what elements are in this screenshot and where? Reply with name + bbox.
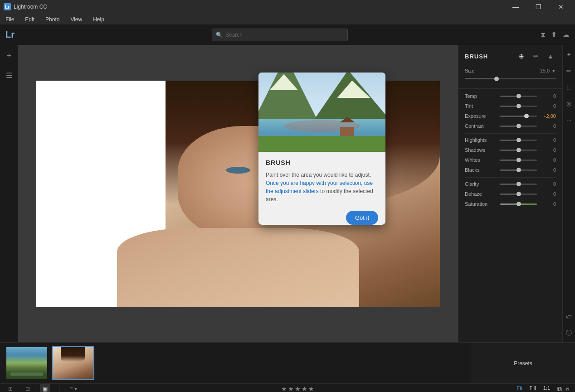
blacks-value: 0	[540, 167, 556, 173]
menu-help[interactable]: Help	[91, 15, 106, 24]
minimize-button[interactable]: —	[505, 0, 526, 14]
star-3[interactable]: ★	[295, 385, 301, 392]
exposure-slider[interactable]	[500, 116, 537, 117]
grid-view-btn[interactable]: ⊞	[5, 384, 15, 392]
saturation-slider[interactable]	[500, 203, 537, 205]
one-to-one-button[interactable]: 1:1	[543, 385, 550, 392]
shadows-row: Shadows 0	[465, 147, 556, 153]
thumbnail-spacer	[241, 343, 471, 383]
filter-icon[interactable]: ⧗	[541, 31, 546, 39]
tone-mapping-icon[interactable]: ✦	[564, 49, 575, 60]
star-4[interactable]: ★	[302, 385, 307, 392]
fill-button[interactable]: Fill	[530, 385, 536, 392]
thumbnail-landscape[interactable]	[5, 346, 48, 380]
exposure-label: Exposure	[465, 113, 497, 119]
divider	[59, 386, 59, 392]
title-bar: Lr Lightroom CC — ❐ ✕	[0, 0, 575, 14]
right-panel: BRUSH ⊕ ✏ ▲ Size 15,0 ▼	[458, 45, 575, 342]
got-it-button[interactable]: Got it	[346, 211, 378, 225]
sliders-section: Temp 0 Tint 0 Exposure	[458, 91, 562, 214]
add-button[interactable]: ＋	[3, 49, 15, 62]
library-icon[interactable]: ☰	[3, 69, 15, 82]
contrast-slider[interactable]	[500, 126, 537, 127]
single-view-btn[interactable]: ▣	[40, 384, 50, 392]
tint-row: Tint 0	[465, 103, 556, 109]
right-sidebar: BRUSH ⊕ ✏ ▲ Size 15,0 ▼	[458, 45, 562, 342]
more-icon[interactable]: ···	[564, 114, 575, 125]
size-slider-track[interactable]	[465, 78, 556, 79]
bottom-bar: Presets ⊞ ⊟ ▣ ≡ ▾ ★ ★ ★ ★ ★ Fit Fill 1:1…	[0, 342, 575, 392]
dehaze-row: Dehaze 0	[465, 191, 556, 197]
bottom-content: Presets	[0, 343, 575, 383]
maximize-button[interactable]: ❐	[528, 0, 549, 14]
close-button[interactable]: ✕	[551, 0, 571, 14]
star-5[interactable]: ★	[308, 385, 314, 392]
size-arrow[interactable]: ▼	[551, 68, 556, 73]
menu-photo[interactable]: Photo	[44, 15, 61, 24]
menu-view[interactable]: View	[68, 15, 84, 24]
far-right-icons: ✦ ✏ ⬚ ◎ ··· 🏷 ⓘ	[562, 45, 575, 342]
star-1[interactable]: ★	[281, 385, 287, 392]
menu-edit[interactable]: Edit	[23, 15, 36, 24]
dehaze-slider[interactable]	[500, 194, 537, 195]
cloud-icon[interactable]: ☁	[562, 30, 570, 39]
saturation-row: Saturation 0	[465, 201, 556, 207]
sort-btn[interactable]: ≡ ▾	[68, 384, 78, 392]
tooltip-text: Paint over the area you would like to ad…	[266, 171, 378, 203]
whites-label: Whites	[465, 157, 497, 163]
size-slider-row	[465, 78, 556, 79]
fit-button[interactable]: Fit	[517, 385, 522, 392]
whites-slider[interactable]	[500, 160, 537, 161]
dehaze-value: 0	[540, 191, 556, 197]
titlebar-left: Lr Lightroom CC	[4, 3, 47, 10]
tint-slider[interactable]	[500, 106, 537, 107]
exposure-row: Exposure +2,00	[465, 113, 556, 119]
divider-1	[458, 88, 562, 89]
size-value: 15,0	[540, 68, 550, 73]
upload-icon[interactable]: ⬆	[551, 30, 557, 39]
tint-value: 0	[540, 103, 556, 109]
compare-view-btn[interactable]: ⧉	[557, 385, 562, 392]
presets-label: Presets	[514, 360, 532, 367]
split-view-btn[interactable]: ⧈	[565, 385, 570, 392]
search-box[interactable]: 🔍 Search	[212, 29, 348, 41]
temp-slider[interactable]	[500, 96, 537, 97]
search-icon: 🔍	[216, 32, 223, 38]
clarity-slider[interactable]	[500, 184, 537, 185]
left-eye	[226, 167, 250, 174]
adjust-icon[interactable]: ⬚	[564, 82, 575, 92]
whites-row: Whites 0	[465, 157, 556, 163]
thumbnail-portrait[interactable]	[52, 346, 94, 380]
divider-3	[465, 177, 556, 178]
lr-logo: Lr	[5, 29, 19, 40]
tag-icon[interactable]: 🏷	[564, 311, 575, 322]
temp-row: Temp 0	[465, 93, 556, 99]
tooltip-desc-1: Paint over the area you would like to ad…	[266, 172, 371, 178]
shadows-slider[interactable]	[500, 150, 537, 151]
clarity-value: 0	[540, 181, 556, 187]
app-title: Lightroom CC	[14, 4, 47, 10]
highlights-row: Highlights 0	[465, 137, 556, 143]
brush-overlay-tool[interactable]: ▲	[545, 51, 556, 62]
info-icon[interactable]: ⓘ	[564, 328, 575, 339]
clarity-row: Clarity 0	[465, 181, 556, 187]
size-slider-section	[458, 75, 562, 87]
brush-erase-tool[interactable]: ✏	[531, 51, 541, 62]
window-controls: — ❐ ✕	[505, 0, 571, 14]
brush-add-tool[interactable]: ⊕	[516, 51, 527, 62]
star-2[interactable]: ★	[288, 385, 294, 392]
blacks-slider[interactable]	[500, 169, 537, 171]
highlights-slider[interactable]	[500, 140, 537, 141]
app-icon: Lr	[4, 3, 11, 10]
menu-file[interactable]: File	[4, 15, 16, 24]
list-view-btn[interactable]: ⊟	[23, 384, 33, 392]
blacks-row: Blacks 0	[465, 167, 556, 173]
radial-icon[interactable]: ◎	[564, 98, 575, 109]
saturation-label: Saturation	[465, 201, 497, 207]
brush-icon[interactable]: ✏	[564, 65, 575, 76]
brush-tooltip: BRUSH Paint over the area you would like…	[258, 73, 385, 225]
star-rating[interactable]: ★ ★ ★ ★ ★	[86, 385, 509, 392]
tint-label: Tint	[465, 103, 497, 109]
brush-panel-title: BRUSH	[465, 53, 488, 60]
photo-background: BRUSH Paint over the area you would like…	[18, 45, 458, 342]
